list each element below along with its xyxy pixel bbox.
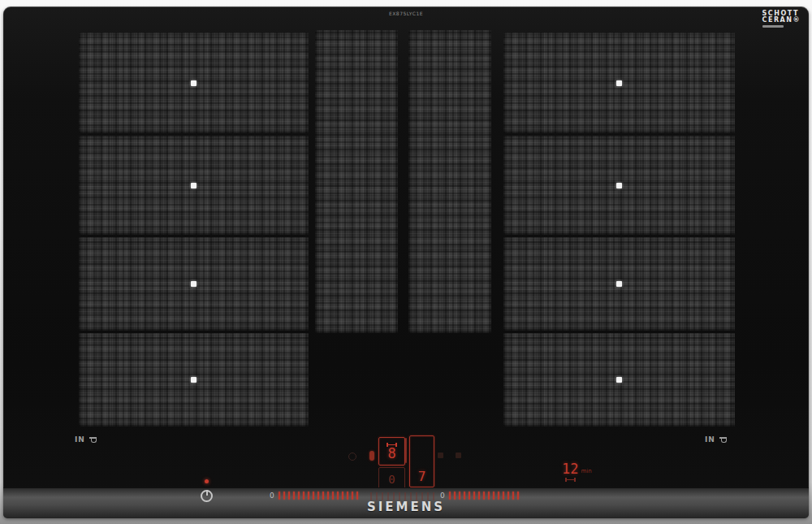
secondary-power-level-value: 0 [388,474,395,485]
dim-indicator-icon [438,453,443,458]
slider-tick [469,492,470,500]
pan-position-marker-icon [616,281,622,287]
timer-value: 12 [562,462,578,475]
pan-position-marker-icon [191,80,197,86]
slider-tick [488,492,490,500]
cooking-zone-right-4 [503,333,735,427]
slider-tick [283,492,285,500]
slider-tick [483,492,485,500]
main-power-level-value: 8 [387,448,395,460]
cooktop-photo: EX875LYC1E SCHOTT CERAN® IN IN [0,0,812,524]
slider-tick [342,492,343,500]
pan-position-marker-icon [191,377,197,383]
slider-tick [298,492,300,500]
slider-tick [352,492,353,500]
schott-ceran-logo-line2: CERAN® [762,17,801,24]
flex-power-level-value: 7 [418,470,426,483]
power-slider-left[interactable]: 0 [270,489,358,502]
power-slider-right[interactable]: 0 [440,489,519,502]
slider-tick [449,492,451,500]
pan-position-marker-icon [616,80,622,86]
slider-tick [517,492,519,500]
slider-tick [288,492,290,500]
pan-position-marker-icon [191,281,197,287]
slider-tick [347,492,348,500]
slider-reflection [370,492,438,500]
slider-tick [508,492,509,500]
timer-zone-icon [565,478,576,482]
induction-marking-right: IN [705,435,728,444]
slider-tick [322,492,324,500]
schott-ceran-logo-subline [762,25,784,28]
induction-pan-icon [89,437,98,443]
slider-tick [327,492,329,500]
slider-tick [454,492,456,500]
timer-display[interactable]: 12 min [562,462,592,482]
slider-zero-label: 0 [440,492,445,500]
slider-tick [498,492,499,500]
model-number-label: EX875LYC1E [365,11,447,16]
slider-tick [332,492,334,500]
induction-pan-icon [719,437,728,443]
slider-tick [356,492,358,500]
cooking-zone-right-2 [503,136,735,235]
cooking-zone-center-left [315,30,398,333]
timer-unit-label: min [581,468,591,475]
pan-position-marker-icon [616,377,622,383]
boost-indicator-icon [369,451,374,461]
slider-tick [303,492,304,500]
slider-tick [503,492,504,500]
slider-tick [493,492,495,500]
siemens-logo: SIEMENS [3,500,809,514]
cooktop-glass: EX875LYC1E SCHOTT CERAN® IN IN [3,6,809,518]
cooking-zone-left-1 [79,32,309,133]
slider-tick [313,492,314,500]
induction-marking-left-label: IN [75,435,85,444]
zone-divider-led [405,438,407,463]
slider-tick [512,492,514,500]
slider-zero-label: 0 [270,492,274,500]
cooking-zone-right-3 [503,237,735,331]
pan-position-marker-icon [616,183,622,188]
slider-tick [293,492,295,500]
cooking-zone-center-right [408,30,491,333]
slider-tick [337,492,339,500]
cooking-zone-left-3 [79,237,309,331]
induction-marking-left: IN [75,435,98,444]
slider-tick [317,492,319,500]
slider-tick [478,492,480,500]
power-key-icon[interactable] [201,490,213,502]
pan-position-marker-icon [191,183,197,188]
dim-indicator-icon [456,453,461,458]
induction-marking-right-label: IN [705,435,715,444]
slider-tick [473,492,475,500]
cooking-zone-left-4 [79,333,309,427]
power-indicator-led [205,479,209,483]
cooking-zone-right-1 [503,32,735,133]
slider-tick [279,492,280,500]
flex-zone-power-display[interactable]: 7 [409,435,434,487]
dim-indicator-icon [348,453,356,461]
slider-tick [308,492,309,500]
slider-tick [459,492,460,500]
schott-ceran-logo: SCHOTT CERAN® [762,11,801,28]
slider-tick [464,492,465,500]
cooking-zone-left-2 [79,136,309,235]
main-zone-power-display[interactable]: 8 [378,437,405,466]
